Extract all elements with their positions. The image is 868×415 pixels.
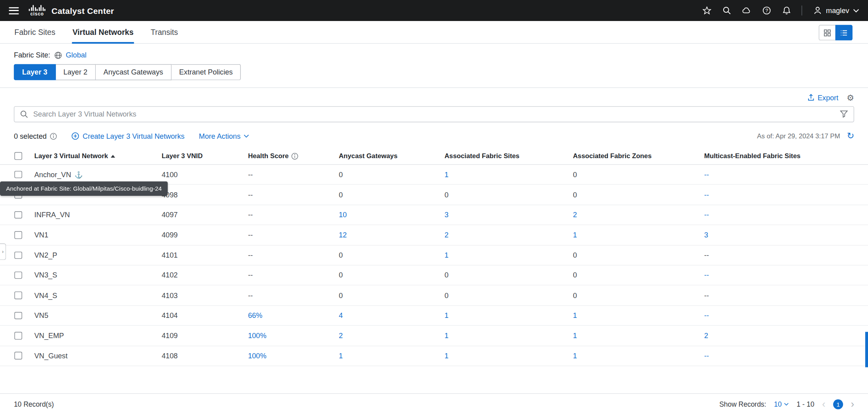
star-icon[interactable] bbox=[702, 6, 711, 15]
cell-value: 0 bbox=[573, 251, 577, 259]
row-checkbox-cell bbox=[0, 231, 35, 239]
search-icon[interactable] bbox=[722, 6, 732, 15]
cell-value: 4103 bbox=[161, 291, 177, 300]
column-header-anycast[interactable]: Anycast Gateways bbox=[339, 152, 445, 160]
create-l3vn-label: Create Layer 3 Virtual Networks bbox=[83, 132, 184, 140]
gear-icon[interactable]: ⚙ bbox=[847, 93, 854, 101]
row-checkbox[interactable] bbox=[14, 312, 22, 319]
list-view-button[interactable] bbox=[835, 25, 853, 40]
tab-fabric-sites[interactable]: Fabric Sites bbox=[14, 21, 56, 43]
row-checkbox[interactable] bbox=[14, 272, 22, 279]
cell-link[interactable]: -- bbox=[704, 312, 709, 320]
cell-value: 4104 bbox=[161, 312, 177, 320]
row-checkbox[interactable] bbox=[14, 251, 22, 259]
fabric-site-row: Fabric Site: Global bbox=[0, 44, 868, 59]
cell-link[interactable]: -- bbox=[704, 211, 709, 219]
selected-info-icon[interactable] bbox=[50, 132, 57, 140]
fabric-site-global-link[interactable]: Global bbox=[66, 51, 86, 59]
cell-link[interactable]: 4 bbox=[339, 312, 343, 320]
help-icon[interactable]: ? bbox=[762, 6, 771, 15]
cell-value: INFRA_VN bbox=[35, 211, 70, 219]
tab-transits[interactable]: Transits bbox=[150, 21, 179, 43]
cell-link[interactable]: 1 bbox=[445, 352, 449, 360]
cell-link[interactable]: 3 bbox=[704, 231, 708, 239]
as-of-wrap: As of: Apr 29, 2024 3:17 PM ↻ bbox=[757, 132, 854, 140]
layer-tabs: Layer 3 Layer 2 Anycast Gateways Extrane… bbox=[0, 59, 868, 80]
cell-link[interactable]: 1 bbox=[445, 170, 449, 179]
row-checkbox[interactable] bbox=[14, 352, 22, 360]
scrollbar-thumb[interactable] bbox=[865, 332, 868, 367]
cell-link[interactable]: 66% bbox=[248, 312, 262, 320]
cell-link[interactable]: 2 bbox=[339, 331, 343, 340]
prev-page-button[interactable]: ‹ bbox=[822, 400, 825, 409]
show-records-select[interactable]: 10 bbox=[774, 401, 789, 409]
tab-virtual-networks[interactable]: Virtual Networks bbox=[72, 21, 134, 43]
header-divider bbox=[802, 6, 802, 15]
tab-layer3[interactable]: Layer 3 bbox=[14, 64, 56, 80]
column-header-multicast[interactable]: Multicast-Enabled Fabric Sites bbox=[704, 152, 868, 160]
tab-anycast-gateways[interactable]: Anycast Gateways bbox=[96, 64, 171, 80]
row-checkbox[interactable] bbox=[14, 292, 22, 299]
create-l3vn-button[interactable]: Create Layer 3 Virtual Networks bbox=[71, 132, 184, 140]
actions-row: 0 selected Create Layer 3 Virtual Networ… bbox=[0, 122, 868, 140]
health-info-icon[interactable] bbox=[291, 152, 298, 159]
current-page-button[interactable]: 1 bbox=[833, 400, 843, 409]
cell-link[interactable]: -- bbox=[704, 170, 709, 179]
row-checkbox[interactable] bbox=[14, 211, 22, 219]
cell-value: -- bbox=[248, 211, 253, 219]
search-input[interactable] bbox=[14, 106, 854, 122]
bell-icon[interactable] bbox=[782, 6, 791, 15]
tab-layer2[interactable]: Layer 2 bbox=[56, 64, 96, 80]
filter-icon[interactable] bbox=[840, 110, 848, 118]
cell-link[interactable]: 1 bbox=[339, 352, 343, 360]
cell-link[interactable]: 1 bbox=[445, 331, 449, 340]
side-drawer-handle[interactable]: › bbox=[0, 243, 6, 260]
user-menu[interactable]: maglev bbox=[813, 6, 859, 15]
cell-link[interactable]: 2 bbox=[704, 331, 708, 340]
column-header-sites[interactable]: Associated Fabric Sites bbox=[445, 152, 573, 160]
cell-link[interactable]: 10 bbox=[339, 211, 347, 219]
table-row: INFRA_VN 4097 -- 10 3 2 -- bbox=[0, 205, 868, 225]
cell-link[interactable]: 100% bbox=[248, 352, 266, 360]
cell-link[interactable]: 2 bbox=[573, 211, 577, 219]
cloud-icon[interactable] bbox=[742, 6, 751, 15]
cell-value: VN_Guest bbox=[35, 352, 68, 360]
column-header-zones[interactable]: Associated Fabric Zones bbox=[573, 152, 704, 160]
grid-view-button[interactable] bbox=[819, 25, 836, 40]
row-checkbox[interactable] bbox=[14, 171, 22, 178]
anchor-icon[interactable]: ⚓ bbox=[75, 171, 83, 179]
cell-link[interactable]: 1 bbox=[573, 352, 577, 360]
cell-link[interactable]: -- bbox=[704, 352, 709, 360]
cell-link[interactable]: 1 bbox=[445, 312, 449, 320]
record-count: 10 Record(s) bbox=[14, 401, 54, 409]
main-tabbar: Fabric Sites Virtual Networks Transits bbox=[0, 21, 868, 44]
cell-link[interactable]: 1 bbox=[445, 251, 449, 259]
cell-link[interactable]: 1 bbox=[573, 231, 577, 239]
cell-link[interactable]: 1 bbox=[573, 312, 577, 320]
cell-link[interactable]: 1 bbox=[573, 331, 577, 340]
refresh-icon[interactable]: ↻ bbox=[847, 132, 854, 140]
cell-link[interactable]: -- bbox=[704, 191, 709, 199]
row-checkbox-cell bbox=[0, 312, 35, 319]
chevron-down-icon bbox=[853, 9, 859, 13]
cell-link[interactable]: 12 bbox=[339, 231, 347, 239]
row-checkbox[interactable] bbox=[14, 231, 22, 239]
menu-icon[interactable] bbox=[9, 7, 19, 14]
export-button[interactable]: Export bbox=[807, 93, 838, 101]
select-all-checkbox[interactable] bbox=[14, 152, 22, 160]
cell-link[interactable]: 3 bbox=[445, 211, 449, 219]
row-checkbox[interactable] bbox=[14, 332, 22, 339]
cell-link[interactable]: 2 bbox=[445, 231, 449, 239]
page-range: 1 - 10 bbox=[797, 401, 814, 409]
more-actions-button[interactable]: More Actions bbox=[199, 132, 249, 140]
column-header-vnid[interactable]: Layer 3 VNID bbox=[161, 152, 248, 160]
tab-extranet-policies[interactable]: Extranet Policies bbox=[171, 64, 241, 80]
table-header: Layer 3 Virtual Network Layer 3 VNID Hea… bbox=[0, 148, 868, 165]
column-header-l3vn[interactable]: Layer 3 Virtual Network bbox=[35, 152, 162, 160]
cell-link[interactable]: -- bbox=[704, 271, 709, 279]
column-header-health[interactable]: Health Score bbox=[248, 152, 339, 160]
next-page-button[interactable]: › bbox=[851, 400, 854, 409]
anchor-tooltip: Anchored at Fabric Site: Global/Milpitas… bbox=[0, 182, 168, 196]
cell-link[interactable]: 100% bbox=[248, 331, 266, 340]
cell-value: 0 bbox=[339, 291, 343, 300]
